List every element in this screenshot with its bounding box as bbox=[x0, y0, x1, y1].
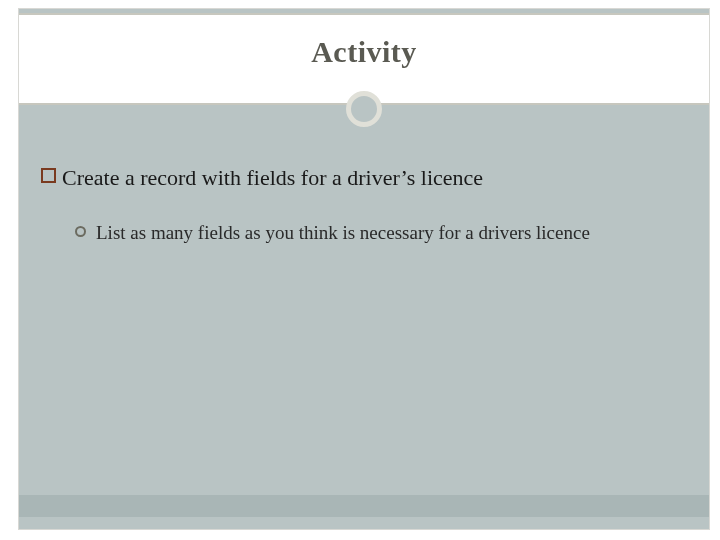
square-bullet-icon bbox=[41, 168, 56, 183]
circle-bullet-icon bbox=[75, 226, 86, 237]
sub-bullet-item: List as many fields as you think is nece… bbox=[75, 220, 687, 246]
slide-container: Activity Create a record with fields for… bbox=[18, 8, 710, 530]
title-ring-decoration bbox=[346, 91, 382, 127]
bullet-text: Create a record with fields for a driver… bbox=[62, 164, 483, 192]
slide-title: Activity bbox=[19, 35, 709, 69]
sub-bullet-text: List as many fields as you think is nece… bbox=[96, 220, 590, 246]
content-area: Create a record with fields for a driver… bbox=[41, 164, 687, 245]
footer-bar bbox=[19, 495, 709, 517]
bullet-item: Create a record with fields for a driver… bbox=[41, 164, 687, 192]
